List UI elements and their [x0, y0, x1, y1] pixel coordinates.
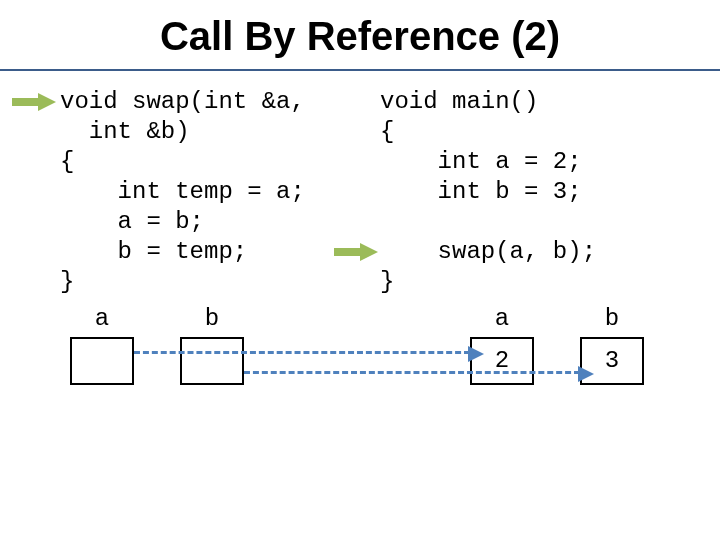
var-label-right-a: a	[470, 305, 534, 332]
code-block-main: void main() { int a = 2; int b = 3; swap…	[380, 87, 720, 297]
code-block-swap: void swap(int &a, int &b) { int temp = a…	[60, 87, 360, 297]
svg-marker-5	[578, 366, 594, 382]
right-column: void main() { int a = 2; int b = 3; swap…	[360, 87, 720, 297]
code-columns: void swap(int &a, int &b) { int temp = a…	[0, 87, 720, 297]
var-label-right-b: b	[580, 305, 644, 332]
reference-arrow-a	[134, 351, 470, 354]
var-box-left-a	[70, 337, 134, 385]
svg-marker-3	[360, 243, 378, 261]
var-box-left-b	[180, 337, 244, 385]
var-label-left-a: a	[70, 305, 134, 332]
horizontal-rule	[0, 69, 720, 71]
reference-arrow-b	[244, 371, 580, 374]
memory-diagram: a b a b 2 3	[0, 305, 720, 465]
svg-marker-4	[468, 346, 484, 362]
current-line-arrow-left	[12, 93, 56, 111]
svg-marker-1	[38, 93, 56, 111]
var-label-left-b: b	[180, 305, 244, 332]
left-column: void swap(int &a, int &b) { int temp = a…	[0, 87, 360, 297]
current-line-arrow-right	[334, 243, 378, 261]
slide-title: Call By Reference (2)	[0, 14, 720, 59]
svg-rect-0	[12, 98, 38, 106]
svg-rect-2	[334, 248, 360, 256]
